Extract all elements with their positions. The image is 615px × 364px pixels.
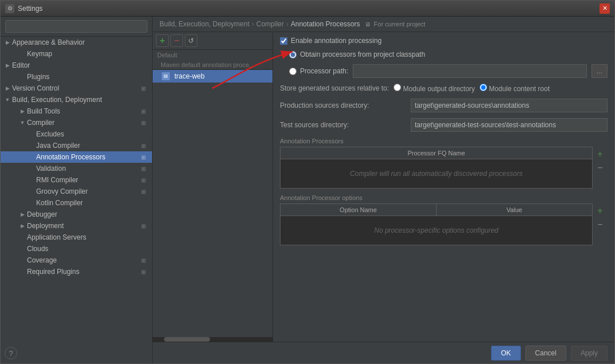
sidebar-item-validation[interactable]: Validation ⊞	[1, 163, 152, 174]
ap-remove-button[interactable]: −	[594, 162, 606, 174]
cancel-button[interactable]: Cancel	[526, 346, 566, 361]
tree-arrow-build-tools	[19, 108, 26, 115]
processor-path-input[interactable]	[353, 64, 587, 78]
remove-module-button[interactable]: −	[170, 34, 183, 47]
split-area: + − ↺ Default Maven default annotation p…	[153, 32, 614, 342]
apo-table-header: Option Name Value	[281, 204, 592, 216]
tree-arrow-plugins	[19, 73, 26, 80]
title-bar: ⚙ Settings ✕	[1, 1, 614, 17]
sidebar-item-groovy-compiler[interactable]: Groovy Compiler ⊞	[1, 186, 152, 197]
search-input[interactable]	[5, 20, 147, 33]
sidebar-label-kotlin: Kotlin Compiler	[36, 199, 83, 207]
sidebar-item-excludes[interactable]: Excludes	[1, 128, 152, 140]
module-output-label[interactable]: Module output directory	[394, 84, 475, 93]
sidebar-label-excludes: Excludes	[36, 130, 64, 138]
prod-sources-row: Production sources directory:	[280, 99, 608, 112]
sidebar-item-keymap[interactable]: Keymap	[1, 48, 152, 60]
processor-path-label[interactable]: Processor path:	[289, 67, 348, 75]
module-list-panel: + − ↺ Default Maven default annotation p…	[153, 32, 273, 342]
sidebar-item-plugins[interactable]: Plugins	[1, 71, 152, 83]
tree-arrow-excludes	[28, 131, 35, 138]
copy-icon-vc: ⊞	[139, 84, 147, 92]
project-icon: 🖥	[365, 21, 371, 28]
breadcrumb-bar: Build, Execution, Deployment › Compiler …	[153, 17, 614, 32]
ap-table-empty: Compiler will run all automatically disc…	[344, 164, 528, 183]
breadcrumb-part3: Annotation Processors	[291, 20, 360, 28]
module-item-trace-web[interactable]: ▤ trace-web	[153, 70, 273, 83]
sidebar-label-req-plugins: Required Plugins	[27, 268, 79, 276]
tree-arrow-rmi	[28, 177, 35, 183]
ok-button[interactable]: OK	[491, 346, 520, 361]
processor-path-radio[interactable]	[289, 68, 297, 75]
ap-table-header: Processor FQ Name	[281, 147, 592, 159]
copy-icon-build-tools: ⊞	[139, 107, 147, 115]
sidebar-label-java-compiler: Java Compiler	[36, 142, 80, 150]
tree-arrow-coverage	[19, 257, 26, 264]
sidebar-item-debugger[interactable]: Debugger	[1, 209, 152, 220]
tree-arrow-clouds	[19, 245, 26, 252]
module-content-label[interactable]: Module content root	[480, 84, 550, 93]
tree-arrow-validation	[28, 165, 35, 172]
store-generated-row: Store generated sources relative to: Mod…	[280, 84, 608, 93]
apo-col-option: Option Name	[281, 204, 437, 216]
sidebar-item-required-plugins[interactable]: Required Plugins ⊞	[1, 266, 152, 277]
sidebar-item-compiler[interactable]: Compiler ⊞	[1, 117, 152, 128]
sidebar: Appearance & Behavior Keymap Editor Plug…	[1, 17, 153, 363]
default-header: Default	[153, 50, 273, 60]
sidebar-item-editor[interactable]: Editor	[1, 60, 152, 71]
ap-add-button[interactable]: +	[594, 148, 606, 161]
breadcrumb-part1: Build, Execution, Deployment	[159, 20, 250, 28]
sidebar-label-vc: Version Control	[12, 84, 59, 92]
test-sources-row: Test sources directory:	[280, 118, 608, 132]
apply-button[interactable]: Apply	[571, 346, 608, 361]
sidebar-item-deployment[interactable]: Deployment ⊞	[1, 220, 152, 232]
sidebar-item-appearance-behavior[interactable]: Appearance & Behavior	[1, 37, 152, 48]
horizontal-scrollbar[interactable]	[153, 337, 273, 342]
sidebar-label-rmi: RMI Compiler	[36, 176, 78, 184]
sidebar-item-clouds[interactable]: Clouds	[1, 243, 152, 255]
copy-icon-coverage: ⊞	[139, 256, 147, 264]
settings-window: ⚙ Settings ✕ Appearance & Behavior Keyma…	[0, 0, 615, 364]
sidebar-item-annotation-processors[interactable]: Annotation Processors ⊞	[1, 151, 152, 163]
obtain-processors-radio[interactable]	[289, 51, 297, 58]
sidebar-item-kotlin-compiler[interactable]: Kotlin Compiler	[1, 197, 152, 209]
sidebar-item-build-exec[interactable]: Build, Execution, Deployment	[1, 94, 152, 105]
apo-table: Option Name Value No processor-specific …	[280, 203, 593, 245]
tree-arrow-appearance	[4, 39, 11, 46]
add-module-button[interactable]: +	[156, 34, 169, 47]
sidebar-label-keymap: Keymap	[27, 50, 52, 58]
processor-path-browse[interactable]: …	[591, 64, 608, 78]
sidebar-item-build-tools[interactable]: Build Tools ⊞	[1, 105, 152, 117]
ap-table-section: Annotation Processors Processor FQ Name …	[280, 138, 608, 189]
bottom-bar: OK Cancel Apply	[153, 342, 614, 363]
close-button[interactable]: ✕	[600, 3, 610, 14]
breadcrumb-project-note: 🖥 For current project	[365, 21, 426, 28]
obtain-processors-row: Obtain processors from project classpath	[289, 50, 608, 58]
apo-add-button[interactable]: +	[594, 205, 606, 217]
enable-ap-label[interactable]: Enable annotation processing	[280, 37, 382, 45]
apo-remove-button[interactable]: −	[594, 218, 606, 231]
sidebar-label-ap: Annotation Processors	[36, 153, 106, 161]
ap-col-fqname: Processor FQ Name	[281, 147, 592, 159]
apo-table-section: Annotation Processor options Option Name…	[280, 194, 608, 245]
module-output-radio[interactable]	[394, 84, 401, 91]
sidebar-item-coverage[interactable]: Coverage ⊞	[1, 255, 152, 266]
sidebar-item-version-control[interactable]: Version Control ⊞	[1, 83, 152, 94]
tree-arrow-vc	[4, 85, 11, 92]
enable-ap-checkbox[interactable]	[280, 37, 287, 45]
module-content-radio[interactable]	[480, 84, 487, 91]
ap-table-wrapper: Processor FQ Name Compiler will run all …	[280, 147, 608, 189]
prod-sources-input[interactable]	[411, 99, 608, 112]
tree-arrow-deployment	[19, 222, 26, 229]
help-button[interactable]: ?	[5, 347, 17, 359]
ap-settings-panel: Enable annotation processing Obtain proc…	[273, 32, 614, 342]
sidebar-item-java-compiler[interactable]: Java Compiler ⊞	[1, 140, 152, 151]
ap-table: Processor FQ Name Compiler will run all …	[280, 147, 593, 189]
reset-module-button[interactable]: ↺	[185, 34, 197, 47]
obtain-processors-label[interactable]: Obtain processors from project classpath	[289, 50, 425, 58]
sidebar-item-app-servers[interactable]: Application Servers	[1, 232, 152, 243]
sidebar-item-rmi-compiler[interactable]: RMI Compiler ⊞	[1, 174, 152, 186]
test-sources-input[interactable]	[411, 118, 608, 132]
copy-icon-deployment: ⊞	[139, 222, 147, 230]
tree-arrow-groovy	[28, 188, 35, 195]
